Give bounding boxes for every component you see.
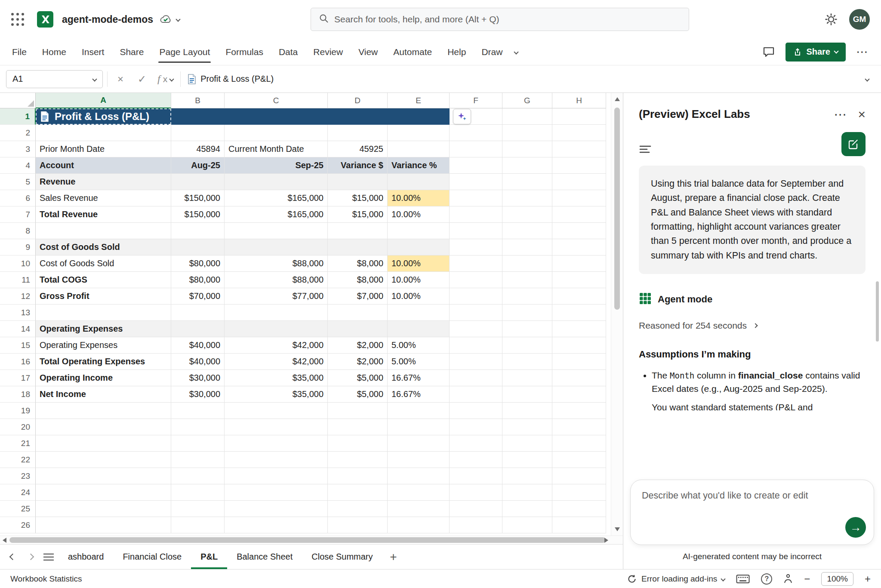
cell-D10[interactable]: $8,000 bbox=[328, 256, 388, 272]
cell-F10[interactable] bbox=[450, 256, 502, 272]
cell-G3[interactable] bbox=[502, 141, 552, 157]
cell-D26[interactable] bbox=[328, 517, 388, 533]
cell-F8[interactable] bbox=[450, 223, 502, 239]
cell-D4[interactable]: Variance $ bbox=[328, 157, 388, 174]
cell-G24[interactable] bbox=[502, 484, 552, 501]
row-header-6[interactable]: 6 bbox=[0, 190, 36, 206]
chat-history-icon[interactable] bbox=[639, 144, 652, 156]
cell-A9[interactable]: Cost of Goods Sold bbox=[36, 239, 171, 256]
cell-A2[interactable] bbox=[36, 125, 171, 141]
column-header-A[interactable]: A bbox=[36, 93, 171, 108]
column-header-F[interactable]: F bbox=[450, 93, 502, 108]
sheet-tab-dashboard[interactable]: ashboard bbox=[59, 545, 113, 569]
cell-B23[interactable] bbox=[171, 468, 225, 484]
cell-E21[interactable] bbox=[388, 435, 450, 452]
zoom-out-button[interactable]: − bbox=[804, 573, 810, 585]
cell-C21[interactable] bbox=[225, 435, 328, 452]
cell-B18[interactable]: $30,000 bbox=[171, 386, 225, 403]
cell-E7[interactable]: 10.00% bbox=[388, 206, 450, 223]
cell-E16[interactable]: 5.00% bbox=[388, 354, 450, 370]
cell-A1-title[interactable]: Profit & Loss (P&L) bbox=[36, 108, 450, 125]
cell-F2[interactable] bbox=[450, 125, 502, 141]
cell-C12[interactable]: $77,000 bbox=[225, 288, 328, 305]
cell-H10[interactable] bbox=[552, 256, 606, 272]
cell-D11[interactable]: $8,000 bbox=[328, 272, 388, 288]
cell-B8[interactable] bbox=[171, 223, 225, 239]
cell-C14[interactable] bbox=[225, 321, 328, 337]
cell-H21[interactable] bbox=[552, 435, 606, 452]
cell-E23[interactable] bbox=[388, 468, 450, 484]
cell-E8[interactable] bbox=[388, 223, 450, 239]
cell-E22[interactable] bbox=[388, 452, 450, 468]
cell-B26[interactable] bbox=[171, 517, 225, 533]
zoom-level[interactable]: 100% bbox=[821, 572, 853, 586]
ribbon-tab-data[interactable]: Data bbox=[279, 39, 298, 65]
cell-F24[interactable] bbox=[450, 484, 502, 501]
cell-H26[interactable] bbox=[552, 517, 606, 533]
cell-F25[interactable] bbox=[450, 501, 502, 517]
horizontal-scroll-thumb[interactable] bbox=[9, 537, 606, 543]
workbook-statistics-button[interactable]: Workbook Statistics bbox=[10, 574, 82, 584]
comments-icon[interactable] bbox=[762, 46, 775, 58]
cell-A19[interactable] bbox=[36, 403, 171, 419]
cell-H13[interactable] bbox=[552, 305, 606, 321]
cell-G7[interactable] bbox=[502, 206, 552, 223]
cell-H15[interactable] bbox=[552, 337, 606, 354]
panel-more-icon[interactable]: ⋯ bbox=[834, 108, 847, 121]
cell-C5[interactable] bbox=[225, 174, 328, 190]
cell-B24[interactable] bbox=[171, 484, 225, 501]
ribbon-tab-review[interactable]: Review bbox=[313, 39, 343, 65]
cell-A18[interactable]: Net Income bbox=[36, 386, 171, 403]
cell-D8[interactable] bbox=[328, 223, 388, 239]
cell-G20[interactable] bbox=[502, 419, 552, 435]
cell-H1[interactable] bbox=[552, 108, 606, 125]
cell-D6[interactable]: $15,000 bbox=[328, 190, 388, 206]
cell-E6[interactable]: 10.00% bbox=[388, 190, 450, 206]
cell-G23[interactable] bbox=[502, 468, 552, 484]
cell-E14[interactable] bbox=[388, 321, 450, 337]
row-header-18[interactable]: 18 bbox=[0, 386, 36, 403]
cell-A3[interactable]: Prior Month Date bbox=[36, 141, 171, 157]
send-button[interactable]: → bbox=[845, 517, 866, 538]
row-header-2[interactable]: 2 bbox=[0, 125, 36, 141]
cell-B11[interactable]: $80,000 bbox=[171, 272, 225, 288]
row-header-20[interactable]: 20 bbox=[0, 419, 36, 435]
cell-G19[interactable] bbox=[502, 403, 552, 419]
row-header-17[interactable]: 17 bbox=[0, 370, 36, 386]
row-header-19[interactable]: 19 bbox=[0, 403, 36, 419]
cell-A12[interactable]: Gross Profit bbox=[36, 288, 171, 305]
search-input[interactable] bbox=[334, 14, 681, 25]
cell-F23[interactable] bbox=[450, 468, 502, 484]
add-sheet-button[interactable]: + bbox=[384, 550, 403, 564]
cell-C4[interactable]: Sep-25 bbox=[225, 157, 328, 174]
ribbon-overflow-icon[interactable]: ⋯ bbox=[856, 46, 869, 58]
select-all-button[interactable] bbox=[0, 93, 36, 108]
cell-B4[interactable]: Aug-25 bbox=[171, 157, 225, 174]
cell-F16[interactable] bbox=[450, 354, 502, 370]
cell-H2[interactable] bbox=[552, 125, 606, 141]
cell-H20[interactable] bbox=[552, 419, 606, 435]
cell-B12[interactable]: $70,000 bbox=[171, 288, 225, 305]
column-header-E[interactable]: E bbox=[388, 93, 450, 108]
new-chat-button[interactable] bbox=[841, 132, 866, 156]
cell-D3[interactable]: 45925 bbox=[328, 141, 388, 157]
row-header-21[interactable]: 21 bbox=[0, 435, 36, 452]
cell-E18[interactable]: 16.67% bbox=[388, 386, 450, 403]
cell-G9[interactable] bbox=[502, 239, 552, 256]
cell-C23[interactable] bbox=[225, 468, 328, 484]
row-header-22[interactable]: 22 bbox=[0, 452, 36, 468]
cell-F26[interactable] bbox=[450, 517, 502, 533]
cell-D20[interactable] bbox=[328, 419, 388, 435]
cell-H18[interactable] bbox=[552, 386, 606, 403]
insert-function-icon[interactable]: ffxx bbox=[155, 71, 176, 88]
cell-H3[interactable] bbox=[552, 141, 606, 157]
cell-F7[interactable] bbox=[450, 206, 502, 223]
workbook-title[interactable]: agent-mode-demos bbox=[62, 14, 153, 25]
row-header-1[interactable]: 1 bbox=[0, 108, 36, 125]
cell-C13[interactable] bbox=[225, 305, 328, 321]
row-header-10[interactable]: 10 bbox=[0, 256, 36, 272]
avatar[interactable]: GM bbox=[849, 9, 870, 30]
cell-H7[interactable] bbox=[552, 206, 606, 223]
cell-A21[interactable] bbox=[36, 435, 171, 452]
row-header-25[interactable]: 25 bbox=[0, 501, 36, 517]
